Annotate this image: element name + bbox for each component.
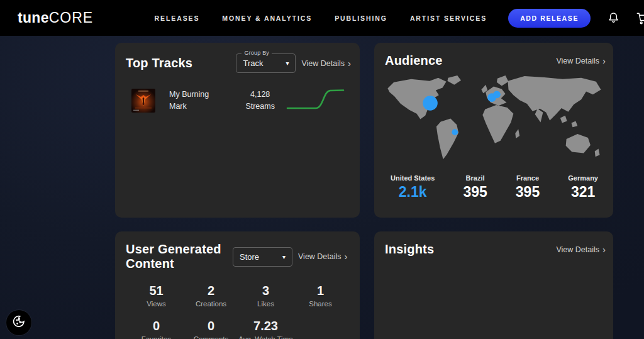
stat-value: 395 xyxy=(516,184,540,201)
group-by-select-value: Track xyxy=(243,58,286,68)
card-user-generated-content: User Generated Content Store ▾ View Deta… xyxy=(115,231,360,339)
stat-value: 395 xyxy=(463,184,487,201)
main-nav: RELEASES MONEY & ANALYTICS PUBLISHING AR… xyxy=(155,14,487,22)
group-by-select-label: Group By xyxy=(242,50,272,56)
map-dot-germany xyxy=(493,91,501,98)
top-tracks-title: Top Tracks xyxy=(126,56,236,70)
stat-value: 1 xyxy=(293,284,348,298)
stat-value: 51 xyxy=(129,284,184,298)
cart-icon[interactable] xyxy=(635,11,644,25)
map-dot-united-states xyxy=(423,96,438,111)
ugc-stat-comments: 0 Comments xyxy=(184,319,238,339)
card-insights: Insights View Details › xyxy=(374,231,613,339)
stat-label: Favorites xyxy=(129,335,184,339)
app-navbar: tuneCORE RELEASES MONEY & ANALYTICS PUBL… xyxy=(0,0,644,36)
stat-country: Germany xyxy=(568,174,598,182)
ugc-title: User Generated Content xyxy=(126,242,233,271)
stat-label: Comments xyxy=(184,335,238,339)
chevron-right-icon: › xyxy=(345,252,348,261)
stat-country: United States xyxy=(391,174,435,182)
logo-light: CORE xyxy=(49,9,93,26)
streams-sparkline xyxy=(286,86,346,115)
card-top-tracks: Top Tracks Group By Track ▾ View Details… xyxy=(115,43,360,218)
audience-stat-united-states: United States 2.1k xyxy=(391,174,435,201)
stat-value: 321 xyxy=(568,184,598,201)
view-details-label: View Details xyxy=(301,59,345,68)
stat-value: 0 xyxy=(184,319,238,333)
view-details-label: View Details xyxy=(556,245,599,254)
audience-stat-france: France 395 xyxy=(516,174,540,201)
ugc-stat-likes: 3 Likes xyxy=(238,284,293,308)
store-select-value: Store xyxy=(240,252,282,262)
stat-value: 2.1k xyxy=(391,184,435,201)
track-name: My Burning Mark xyxy=(169,89,225,113)
chevron-right-icon: › xyxy=(602,245,606,254)
add-release-button[interactable]: ADD RELEASE xyxy=(508,9,591,28)
streams-label: Streams xyxy=(245,102,275,111)
nav-link-artist-services[interactable]: ARTIST SERVICES xyxy=(410,14,487,22)
stat-country: France xyxy=(516,174,540,182)
logo-bold: tune xyxy=(18,9,49,26)
chevron-right-icon: › xyxy=(348,58,351,68)
ugc-view-details-link[interactable]: View Details › xyxy=(298,252,348,261)
cookie-consent-button[interactable] xyxy=(6,310,31,335)
stat-value: 0 xyxy=(129,319,184,333)
streams-value: 4,128 xyxy=(250,90,270,99)
audience-view-details-link[interactable]: View Details › xyxy=(556,57,606,65)
ugc-stat-favorites: 0 Favorites xyxy=(129,319,184,339)
insights-view-details-link[interactable]: View Details › xyxy=(556,245,606,254)
stat-country: Brazil xyxy=(463,174,487,182)
chevron-down-icon: ▾ xyxy=(286,60,289,67)
chevron-down-icon: ▾ xyxy=(282,253,286,260)
ugc-stat-views: 51 Views xyxy=(129,284,184,308)
nav-link-money-analytics[interactable]: MONEY & ANALYTICS xyxy=(222,14,312,22)
view-details-label: View Details xyxy=(556,57,599,65)
audience-stat-germany: Germany 321 xyxy=(568,174,598,201)
bell-icon[interactable] xyxy=(607,11,620,25)
ugc-stat-shares: 1 Shares xyxy=(293,284,348,308)
insights-title: Insights xyxy=(385,242,556,257)
stat-value: 3 xyxy=(238,284,293,298)
track-row[interactable]: My Burning Mark 4,128 Streams xyxy=(115,86,360,115)
nav-link-releases[interactable]: RELEASES xyxy=(155,14,200,22)
audience-stats: United States 2.1k Brazil 395 France 395… xyxy=(374,169,613,201)
stat-label: Shares xyxy=(293,300,348,308)
stat-label: Likes xyxy=(238,300,293,308)
audience-stat-brazil: Brazil 395 xyxy=(463,174,487,201)
tunecore-logo[interactable]: tuneCORE xyxy=(18,9,93,26)
cookie-icon xyxy=(11,314,26,331)
audience-title: Audience xyxy=(385,53,556,68)
stat-value: 7.23 xyxy=(238,319,293,333)
card-audience: Audience View Details › xyxy=(374,43,613,218)
chevron-right-icon: › xyxy=(602,56,606,65)
stat-label: Avg. Watch Time xyxy=(238,335,293,339)
audience-world-map xyxy=(374,68,613,169)
album-art xyxy=(131,89,155,113)
ugc-stat-avg-watch-time: 7.23 Avg. Watch Time xyxy=(238,319,293,339)
top-tracks-view-details-link[interactable]: View Details › xyxy=(301,59,351,68)
ugc-stats: 51 Views 2 Creations 3 Likes 1 Shares 0 … xyxy=(115,284,360,339)
map-dot-brazil xyxy=(452,129,458,135)
group-by-select[interactable]: Group By Track ▾ xyxy=(236,53,296,73)
ugc-stat-creations: 2 Creations xyxy=(184,284,238,308)
view-details-label: View Details xyxy=(298,252,341,261)
track-streams: 4,128 Streams xyxy=(235,89,286,113)
store-select[interactable]: Store ▾ xyxy=(233,247,292,267)
stat-value: 2 xyxy=(184,284,238,298)
nav-link-publishing[interactable]: PUBLISHING xyxy=(335,14,387,22)
dashboard-page: tuneCORE RELEASES MONEY & ANALYTICS PUBL… xyxy=(0,0,644,339)
stat-label: Creations xyxy=(184,300,238,308)
stat-label: Views xyxy=(129,300,184,308)
